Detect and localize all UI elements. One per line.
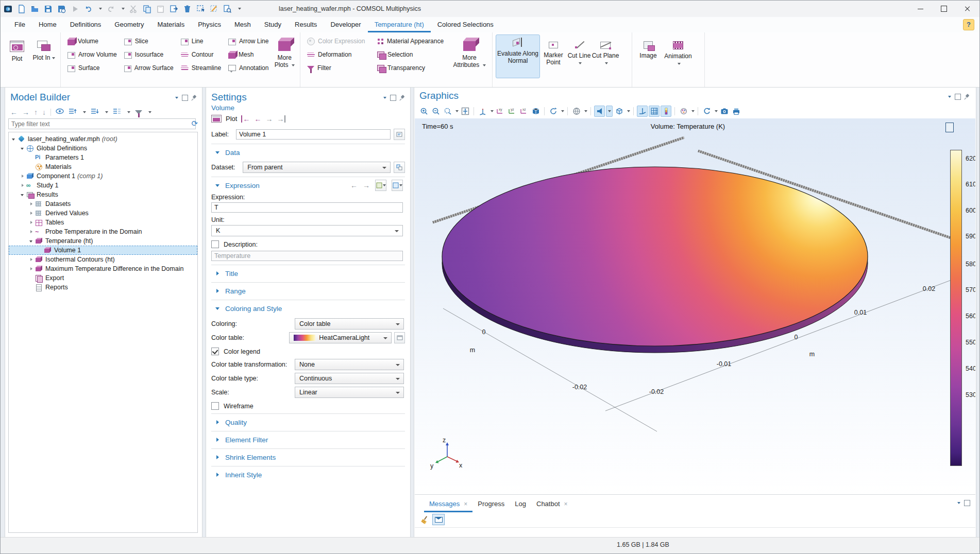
select-box-button[interactable] (196, 5, 205, 13)
marker-point-button[interactable]: Marker Point (540, 34, 567, 77)
deformation-button[interactable]: Deformation (303, 48, 374, 61)
toolbar-overflow-caret[interactable] (238, 8, 241, 10)
plot-canvas[interactable]: Time=60 s Volume: Temperature (K) (415, 118, 975, 494)
section-element-filter[interactable]: Element Filter (211, 435, 405, 445)
maximize-button[interactable] (932, 1, 956, 17)
add-isosurface-button[interactable]: Isosurface (121, 48, 177, 61)
environment-caret[interactable] (627, 110, 630, 112)
print-button[interactable] (731, 106, 741, 117)
close-button[interactable] (956, 1, 979, 17)
previous-step-button[interactable]: ← (254, 115, 261, 123)
expand-chevron[interactable] (20, 182, 26, 189)
plot-button[interactable]: Plot (4, 34, 30, 77)
save-as-button[interactable] (57, 5, 66, 13)
redo-button[interactable] (107, 5, 115, 13)
redo-caret[interactable] (122, 8, 125, 10)
paste-button[interactable] (156, 5, 165, 13)
expand-all-button[interactable] (91, 108, 99, 116)
snapshot-button[interactable] (719, 106, 730, 117)
view-xz-button[interactable]: xz (518, 106, 529, 117)
tab-materials[interactable]: Materials (150, 17, 191, 32)
help-icon[interactable]: ? (963, 19, 974, 30)
tree-item-materials[interactable]: Materials (9, 162, 197, 171)
color-table-type-dropdown[interactable]: Continuous (295, 373, 404, 384)
collapse-menu-caret[interactable] (83, 111, 86, 113)
more-attributes-button[interactable]: More Attributes (452, 34, 487, 77)
expand-chevron[interactable] (20, 192, 26, 198)
tab-study[interactable]: Study (258, 17, 288, 32)
scene-settings-button[interactable] (571, 106, 582, 117)
expand-chevron[interactable] (20, 145, 26, 152)
add-mesh-button[interactable]: Mesh (225, 48, 272, 61)
back-button[interactable]: ← (10, 109, 18, 116)
find-button[interactable] (223, 5, 232, 13)
tree-item-export[interactable]: Export (9, 273, 197, 283)
appearance-caret[interactable] (691, 110, 695, 112)
float-panel-icon[interactable] (390, 95, 396, 101)
panel-menu-caret[interactable] (948, 96, 951, 98)
expand-chevron[interactable] (28, 229, 35, 235)
tab-colored-selections[interactable]: Colored Selections (431, 17, 500, 32)
tab-progress[interactable]: Progress (472, 500, 510, 512)
section-shrink-elements[interactable]: Shrink Elements (211, 452, 405, 462)
tree-item-probe-temperature[interactable]: ~ Probe Temperature in the Domain (9, 227, 197, 236)
add-slice-button[interactable]: Slice (121, 34, 177, 48)
tree-item-temperature-ht[interactable]: Temperature (ht) (9, 236, 197, 246)
zoom-in-button[interactable] (418, 106, 429, 117)
expand-chevron[interactable] (28, 238, 35, 245)
zoom-box-caret[interactable] (455, 110, 459, 112)
filter-button[interactable]: Filter (303, 61, 374, 75)
collapse-all-button[interactable] (69, 108, 77, 116)
expand-chevron[interactable] (28, 210, 35, 217)
wireframe-checkbox[interactable] (211, 402, 219, 410)
zoom-out-button[interactable] (430, 106, 441, 117)
close-tab-icon[interactable]: × (464, 500, 467, 508)
pin-panel-icon[interactable] (965, 94, 970, 99)
update-plot-caret[interactable] (715, 110, 718, 112)
selection-button[interactable]: Selection (374, 48, 452, 61)
open-file-button[interactable] (30, 5, 39, 13)
move-down-button[interactable]: ↓ (42, 109, 46, 116)
tree-item-global-definitions[interactable]: Global Definitions (9, 144, 197, 153)
default-view-button[interactable] (477, 106, 488, 117)
undo-button[interactable] (84, 5, 93, 13)
new-file-button[interactable] (17, 5, 26, 13)
panel-menu-caret[interactable] (383, 97, 386, 99)
expression-prev-icon[interactable]: ← (350, 182, 358, 189)
add-line-button[interactable]: Line (177, 34, 225, 48)
move-up-button[interactable]: ↑ (34, 109, 38, 116)
rotate-view-button[interactable] (548, 106, 559, 117)
refresh-icon[interactable]: ⟳ (191, 118, 198, 128)
add-arrow-volume-button[interactable]: Arrow Volume (64, 48, 121, 61)
plot-in-button[interactable]: Plot In (30, 34, 57, 77)
color-legend-checkbox[interactable] (211, 348, 219, 355)
section-coloring-and-style[interactable]: Coloring and Style (211, 303, 405, 314)
duplicate-button[interactable] (170, 5, 178, 13)
float-panel-icon[interactable] (964, 500, 970, 506)
show-grid-button[interactable] (649, 106, 660, 117)
show-color-legend-button[interactable] (661, 106, 671, 117)
settings-plot-button[interactable]: Plot (226, 115, 237, 123)
expand-menu-caret[interactable] (105, 111, 108, 113)
forward-button[interactable]: → (22, 109, 29, 116)
tree-item-datasets[interactable]: Datasets (9, 199, 197, 209)
add-arrow-line-button[interactable]: Arrow Line (225, 34, 272, 48)
expression-next-icon[interactable]: → (363, 182, 370, 189)
tab-log[interactable]: Log (510, 500, 531, 512)
expand-chevron[interactable] (28, 219, 35, 226)
replace-expression-button[interactable] (375, 180, 386, 191)
minimize-button[interactable] (908, 1, 932, 17)
add-surface-button[interactable]: Surface (64, 61, 121, 75)
tree-item-derived-values[interactable]: Derived Values (9, 209, 197, 218)
pin-panel-icon[interactable] (400, 95, 405, 100)
tree-item-results[interactable]: Results (9, 190, 197, 199)
show-axes-button[interactable] (637, 106, 648, 117)
color-table-window-button[interactable] (394, 332, 405, 343)
next-step-button[interactable]: → (265, 115, 273, 123)
expand-chevron[interactable] (28, 201, 35, 207)
label-input[interactable] (236, 129, 391, 140)
run-button[interactable] (71, 5, 79, 13)
expand-chevron[interactable] (20, 173, 26, 180)
image-button[interactable]: Image (635, 34, 661, 77)
add-streamline-button[interactable]: Streamline (177, 61, 225, 75)
